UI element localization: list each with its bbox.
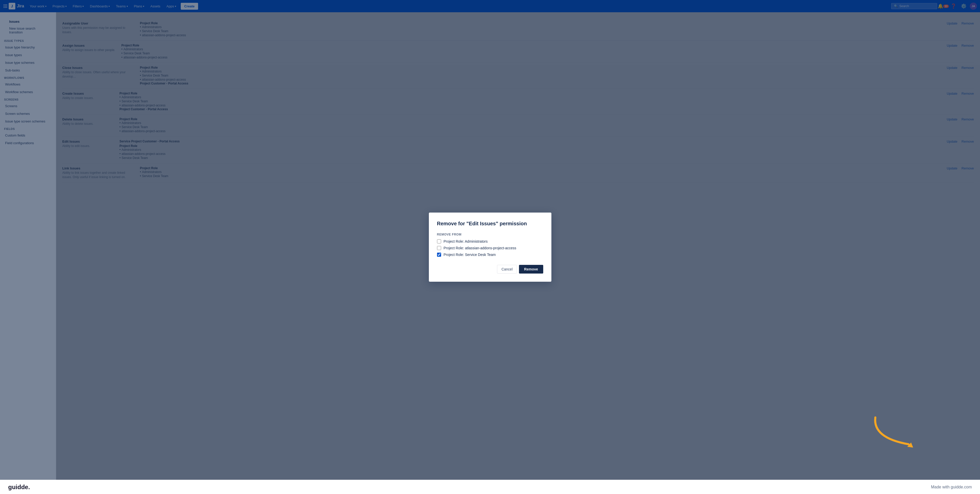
guidde-footer: guidde. Made with guidde.com: [0, 480, 980, 494]
checkbox-atlassian-addons-label: Project Role: atlassian-addons-project-a…: [444, 246, 516, 250]
checkbox-administrators-input[interactable]: [437, 239, 441, 243]
checkbox-service-desk-team[interactable]: Project Role: Service Desk Team: [437, 253, 543, 257]
guidde-logo: guidde.: [8, 483, 30, 491]
modal-backdrop: Remove for "Edit Issues" permission Remo…: [0, 0, 980, 494]
modal-remove-permission: Remove for "Edit Issues" permission Remo…: [429, 213, 551, 282]
guidde-made-with: Made with guidde.com: [931, 485, 972, 489]
checkbox-administrators[interactable]: Project Role: Administrators: [437, 239, 543, 243]
svg-marker-9: [907, 442, 913, 448]
checkbox-service-desk-team-input[interactable]: [437, 253, 441, 257]
checkbox-atlassian-addons-input[interactable]: [437, 246, 441, 250]
checkbox-atlassian-addons[interactable]: Project Role: atlassian-addons-project-a…: [437, 246, 543, 250]
checkbox-administrators-label: Project Role: Administrators: [444, 239, 488, 243]
cancel-button[interactable]: Cancel: [497, 265, 517, 273]
modal-footer: Cancel Remove: [437, 265, 543, 273]
modal-section-label: Remove from: [437, 233, 543, 236]
guidde-logo-text: guidde.: [8, 483, 30, 491]
checkbox-service-desk-team-label: Project Role: Service Desk Team: [444, 253, 496, 257]
modal-title: Remove for "Edit Issues" permission: [437, 221, 543, 227]
remove-button[interactable]: Remove: [519, 265, 543, 273]
